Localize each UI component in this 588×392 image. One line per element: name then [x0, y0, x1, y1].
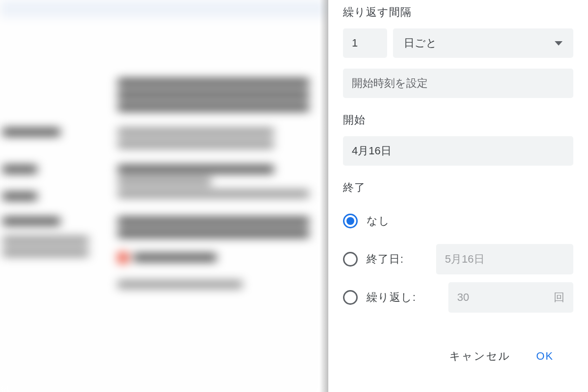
- cancel-button[interactable]: キャンセル: [449, 345, 511, 368]
- end-on-date-label: 終了日:: [367, 252, 404, 267]
- end-option-none[interactable]: なし: [343, 204, 573, 238]
- start-date-value: 4月16日: [352, 144, 392, 158]
- start-time-placeholder: 開始時刻を設定: [352, 76, 428, 91]
- dialog-buttons: キャンセル OK: [343, 345, 573, 368]
- end-label: 終了: [343, 180, 573, 195]
- end-count-unit: 回: [554, 290, 564, 305]
- end-after-label: 繰り返し:: [367, 290, 416, 305]
- radio-icon: [343, 290, 358, 305]
- interval-unit-value: 日ごと: [404, 36, 437, 50]
- interval-row: 日ごと: [343, 28, 573, 58]
- end-option-on-date[interactable]: 終了日: 5月16日: [343, 242, 573, 276]
- interval-number-input[interactable]: [343, 28, 387, 58]
- interval-unit-select[interactable]: 日ごと: [393, 28, 573, 58]
- end-none-label: なし: [367, 214, 390, 228]
- chevron-down-icon: [555, 41, 563, 46]
- radio-icon: [343, 252, 358, 267]
- end-radio-group: なし 終了日: 5月16日 繰り返し: 30 回: [343, 204, 573, 318]
- recurrence-panel: 繰り返す間隔 日ごと 開始時刻を設定 開始 4月16日 終了 なし 終了日: 5…: [328, 0, 588, 392]
- start-date-field[interactable]: 4月16日: [343, 136, 573, 166]
- radio-icon: [343, 214, 358, 228]
- background-blurred: [0, 0, 326, 392]
- end-date-value: 5月16日: [445, 252, 485, 267]
- start-time-field[interactable]: 開始時刻を設定: [343, 69, 573, 98]
- start-label: 開始: [343, 113, 573, 127]
- interval-label: 繰り返す間隔: [343, 5, 573, 20]
- end-count-field[interactable]: 30 回: [448, 282, 573, 313]
- panel-shadow: [319, 0, 329, 392]
- end-date-field[interactable]: 5月16日: [436, 244, 573, 274]
- ok-button[interactable]: OK: [536, 345, 554, 368]
- end-option-after-count[interactable]: 繰り返し: 30 回: [343, 280, 573, 315]
- end-count-value: 30: [457, 291, 469, 304]
